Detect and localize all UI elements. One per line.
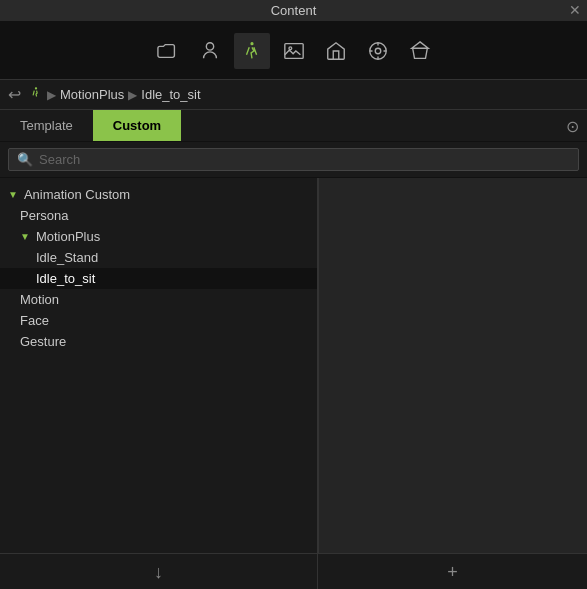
preview-panel <box>318 178 587 553</box>
tree-label: MotionPlus <box>36 229 100 244</box>
svg-point-4 <box>375 48 381 54</box>
search-input-wrap: 🔍 <box>8 148 579 171</box>
props-button[interactable] <box>402 33 438 69</box>
bottom-left-area: ↓ <box>0 554 318 589</box>
breadcrumb-idle-to-sit[interactable]: Idle_to_sit <box>141 87 200 102</box>
tree-item-gesture[interactable]: Gesture <box>0 331 317 352</box>
tree-item-motionplus[interactable]: ▼ MotionPlus <box>0 226 317 247</box>
bottom-bar: ↓ + <box>0 553 587 589</box>
motion-button[interactable] <box>234 33 270 69</box>
tree-label: Animation Custom <box>24 187 130 202</box>
tree-item-persona[interactable]: Persona <box>0 205 317 226</box>
download-button[interactable]: ↓ <box>154 562 163 583</box>
tabs-expand-button[interactable]: ⊙ <box>566 116 579 135</box>
search-bar: 🔍 <box>0 142 587 178</box>
search-icon: 🔍 <box>17 152 33 167</box>
folder-button[interactable] <box>150 33 186 69</box>
title-bar: Content ✕ <box>0 0 587 22</box>
tree-item-idle-to-sit[interactable]: Idle_to_sit <box>0 268 317 289</box>
triangle-icon: ▼ <box>8 189 18 200</box>
svg-point-0 <box>206 42 213 49</box>
tree-item-idle-stand[interactable]: Idle_Stand <box>0 247 317 268</box>
scene-button[interactable] <box>318 33 354 69</box>
tree-label: Gesture <box>20 334 66 349</box>
breadcrumb-bar: ↩ ▶ MotionPlus ▶ Idle_to_sit <box>0 80 587 110</box>
tree-label: Face <box>20 313 49 328</box>
breadcrumb-arrow-1: ▶ <box>47 88 56 102</box>
content-area: ▼ Animation Custom Persona ▼ MotionPlus … <box>0 178 587 553</box>
add-button[interactable]: + <box>447 562 458 583</box>
breadcrumb-arrow-2: ▶ <box>128 88 137 102</box>
image-button[interactable] <box>276 33 312 69</box>
tree-label: Idle_Stand <box>36 250 98 265</box>
tree-label: Idle_to_sit <box>36 271 95 286</box>
search-input[interactable] <box>39 152 570 167</box>
film-button[interactable] <box>360 33 396 69</box>
close-button[interactable]: ✕ <box>569 3 581 17</box>
window-title: Content <box>271 3 317 18</box>
tab-template[interactable]: Template <box>0 110 93 141</box>
breadcrumb-motionplus[interactable]: MotionPlus <box>60 87 124 102</box>
character-button[interactable] <box>192 33 228 69</box>
toolbar <box>0 22 587 80</box>
tree-item-animation-custom[interactable]: ▼ Animation Custom <box>0 184 317 205</box>
tabs-bar: Template Custom ⊙ <box>0 110 587 142</box>
tree-label: Persona <box>20 208 68 223</box>
tab-custom[interactable]: Custom <box>93 110 181 141</box>
tree-label: Motion <box>20 292 59 307</box>
breadcrumb-back-button[interactable]: ↩ <box>8 85 21 104</box>
svg-point-2 <box>288 46 291 49</box>
tree-item-face[interactable]: Face <box>0 310 317 331</box>
bottom-right-area: + <box>318 554 587 589</box>
triangle-icon: ▼ <box>20 231 30 242</box>
breadcrumb-icon <box>29 86 43 103</box>
tree-panel: ▼ Animation Custom Persona ▼ MotionPlus … <box>0 178 318 553</box>
tree-item-motion[interactable]: Motion <box>0 289 317 310</box>
